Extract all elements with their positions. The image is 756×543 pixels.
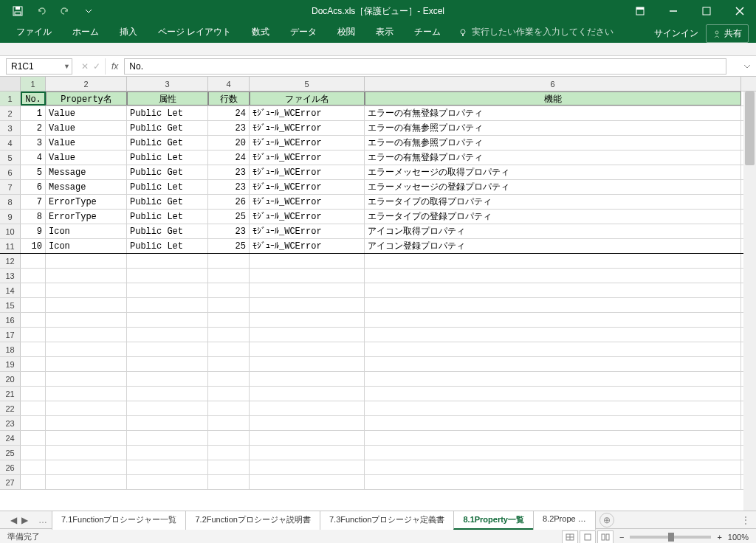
cell[interactable]: 24: [208, 106, 250, 120]
cell[interactable]: [250, 342, 365, 356]
cell[interactable]: [365, 416, 741, 430]
cell[interactable]: [46, 372, 127, 386]
cell[interactable]: 23: [208, 180, 250, 194]
cell[interactable]: 1: [21, 106, 46, 120]
cell[interactable]: [46, 313, 127, 327]
cell[interactable]: ﾓｼﾞｭｰﾙ_WCError: [250, 180, 365, 194]
cell[interactable]: ﾓｼﾞｭｰﾙ_WCError: [250, 136, 365, 150]
row-header[interactable]: 20: [0, 372, 21, 386]
cell[interactable]: [250, 313, 365, 327]
cell[interactable]: [250, 372, 365, 386]
row-header[interactable]: 23: [0, 416, 21, 430]
formula-expand-button[interactable]: [741, 63, 753, 70]
tab-insert[interactable]: 挿入: [109, 21, 148, 43]
tab-team[interactable]: チーム: [404, 21, 451, 43]
col-header[interactable]: 3: [127, 77, 208, 91]
row-header[interactable]: 21: [0, 387, 21, 401]
cell[interactable]: 20: [208, 136, 250, 150]
cell[interactable]: Public Let: [127, 180, 208, 194]
cell[interactable]: [46, 431, 127, 445]
cell[interactable]: 24: [208, 151, 250, 165]
cell[interactable]: [46, 416, 127, 430]
cell[interactable]: 9: [21, 224, 46, 238]
cell[interactable]: [46, 254, 127, 268]
cell[interactable]: [21, 283, 46, 297]
cell[interactable]: [127, 342, 208, 356]
cell[interactable]: [250, 283, 365, 297]
cell[interactable]: Public Get: [127, 195, 208, 209]
page-break-view-button[interactable]: [597, 530, 614, 544]
cell[interactable]: [208, 475, 250, 489]
tab-view[interactable]: 表示: [365, 21, 404, 43]
cell[interactable]: [208, 313, 250, 327]
cell[interactable]: [21, 475, 46, 489]
cell[interactable]: [208, 431, 250, 445]
cell[interactable]: Public Get: [127, 165, 208, 179]
cell[interactable]: [365, 269, 741, 283]
cell[interactable]: Public Get: [127, 136, 208, 150]
header-cell[interactable]: 行数: [208, 91, 250, 106]
cell[interactable]: ﾓｼﾞｭｰﾙ_WCError: [250, 165, 365, 179]
cell[interactable]: Public Let: [127, 239, 208, 253]
row-header[interactable]: 6: [0, 165, 21, 179]
cell[interactable]: 7: [21, 195, 46, 209]
zoom-level[interactable]: 100%: [728, 533, 749, 542]
col-header[interactable]: 4: [208, 77, 250, 91]
row-header[interactable]: 9: [0, 210, 21, 224]
enter-formula-button[interactable]: ✓: [93, 61, 100, 72]
cell[interactable]: [46, 342, 127, 356]
cell[interactable]: Message: [46, 180, 127, 194]
header-cell[interactable]: 機能: [365, 91, 741, 106]
cell[interactable]: [208, 357, 250, 371]
cell[interactable]: [208, 372, 250, 386]
cell[interactable]: [21, 446, 46, 460]
cell[interactable]: [127, 460, 208, 474]
cell[interactable]: [208, 416, 250, 430]
save-button[interactable]: [7, 1, 28, 21]
row-header[interactable]: 15: [0, 298, 21, 312]
cell[interactable]: ﾓｼﾞｭｰﾙ_WCError: [250, 210, 365, 224]
cell[interactable]: 10: [21, 239, 46, 253]
new-sheet-button[interactable]: ⊕: [599, 513, 614, 528]
undo-button[interactable]: [31, 1, 52, 21]
cell[interactable]: [208, 460, 250, 474]
tell-me-search[interactable]: 実行したい作業を入力してください: [451, 21, 621, 43]
sheet-tab[interactable]: 8.1Property一覧: [453, 511, 534, 530]
cell[interactable]: [127, 446, 208, 460]
cell[interactable]: [127, 372, 208, 386]
cell[interactable]: [127, 416, 208, 430]
cell[interactable]: ﾓｼﾞｭｰﾙ_WCError: [250, 151, 365, 165]
row-header[interactable]: 13: [0, 269, 21, 283]
cell[interactable]: [127, 283, 208, 297]
cell[interactable]: ﾓｼﾞｭｰﾙ_WCError: [250, 106, 365, 120]
cell[interactable]: Value: [46, 136, 127, 150]
cell[interactable]: [250, 254, 365, 268]
cell[interactable]: [250, 357, 365, 371]
cell[interactable]: ﾓｼﾞｭｰﾙ_WCError: [250, 121, 365, 135]
cell[interactable]: [208, 401, 250, 415]
cell[interactable]: [127, 313, 208, 327]
row-header[interactable]: 16: [0, 313, 21, 327]
cell[interactable]: 23: [208, 165, 250, 179]
cell[interactable]: Public Get: [127, 121, 208, 135]
row-header[interactable]: 8: [0, 195, 21, 209]
vertical-scrollbar[interactable]: [743, 91, 756, 511]
sheet-tab[interactable]: 7.1Functionプロシージャー一覧: [52, 511, 186, 530]
cell[interactable]: エラータイプの登録プロパティ: [365, 210, 741, 224]
cell[interactable]: [127, 475, 208, 489]
cell[interactable]: Message: [46, 165, 127, 179]
cell[interactable]: ﾓｼﾞｭｰﾙ_WCError: [250, 224, 365, 238]
header-cell[interactable]: 属性: [127, 91, 208, 106]
cell[interactable]: [365, 401, 741, 415]
tab-options[interactable]: ⋮: [741, 515, 756, 525]
cell[interactable]: [365, 342, 741, 356]
cell[interactable]: [46, 269, 127, 283]
cell[interactable]: ErrorType: [46, 195, 127, 209]
cell[interactable]: [21, 357, 46, 371]
zoom-slider[interactable]: [630, 536, 711, 539]
cell[interactable]: [208, 342, 250, 356]
row-header[interactable]: 27: [0, 475, 21, 489]
cell[interactable]: Icon: [46, 224, 127, 238]
cell[interactable]: 2: [21, 121, 46, 135]
cell[interactable]: エラーメッセージの取得プロパティ: [365, 165, 741, 179]
